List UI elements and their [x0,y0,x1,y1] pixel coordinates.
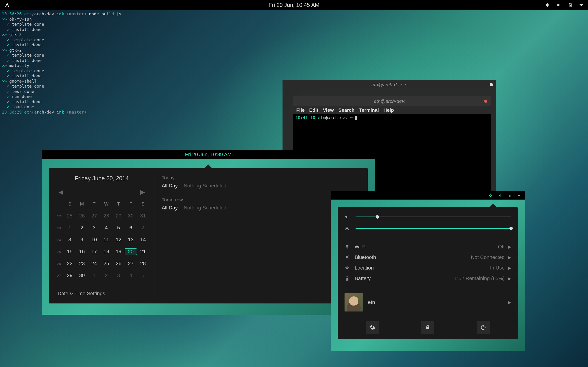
lock-button[interactable] [421,321,434,334]
terminal-titlebar[interactable]: etn@arch-dev: ~ [283,80,496,90]
terminal-output-line: ✓ load done [2,104,182,110]
agenda-nothing-scheduled: Nothing Scheduled [184,205,226,211]
system-item-location[interactable]: LocationIn Use▶ [345,263,511,273]
terminal-output-line: ✓ install done [2,99,182,105]
menu-item-file[interactable]: File [296,107,304,113]
calendar-day[interactable]: 6 [125,225,137,231]
calendar-day[interactable]: 16 [76,249,88,255]
calendar-day[interactable]: 12 [112,237,125,243]
activities-logo[interactable] [4,2,10,8]
calendar-day[interactable]: 4 [100,225,112,231]
topbar-clock[interactable]: Fri 20 Jun, 10:45 AM [268,2,319,8]
window-close-icon[interactable] [484,100,487,103]
calendar-day[interactable]: 10 [88,237,100,243]
calendar-day[interactable]: 9 [76,237,88,243]
calendar-day[interactable]: 25 [64,213,76,219]
calendar-panel: Friday June 20, 2014 ◀ ▶ SMTWTFS22252627… [49,168,155,303]
calendar-grid: SMTWTFS222526272829303123123456724891011… [54,198,149,282]
calendar-day[interactable]: 23 [76,261,88,267]
calendar-day[interactable]: 17 [88,249,100,255]
location-icon[interactable] [545,2,550,8]
brightness-slider[interactable] [355,228,511,229]
tray-caret-icon[interactable] [579,4,583,6]
terminal-body[interactable]: 10:41:10 etn@arch-dev ~ [293,114,491,121]
battery-icon[interactable] [508,193,512,198]
calendar-day[interactable]: 30 [76,273,88,278]
system-item-wifi[interactable]: Wi-FiOff▶ [345,242,511,252]
chevron-right-icon: ▶ [508,276,511,281]
date-time-settings-link[interactable]: Date & Time Settings [54,282,149,299]
volume-icon [345,214,351,219]
weekday-header: S [137,201,149,207]
calendar-day[interactable]: 25 [100,261,112,267]
calendar-day[interactable]: 5 [137,273,149,278]
calendar-day[interactable]: 29 [64,273,76,278]
menu-item-view[interactable]: View [323,107,334,113]
power-button[interactable] [477,321,490,334]
calendar-day[interactable]: 11 [100,237,112,243]
calendar-day[interactable]: 26 [112,261,125,267]
menu-item-search[interactable]: Search [338,107,355,113]
calendar-day[interactable]: 15 [64,249,76,255]
calendar-day[interactable]: 29 [112,213,125,219]
popup-arrow [204,165,212,169]
week-number: 22 [54,214,64,218]
calendar-day[interactable]: 27 [88,213,100,219]
calendar-day[interactable]: 3 [112,273,125,278]
week-number: 24 [54,238,64,242]
terminal-title: etn@arch-dev: ~ [374,98,410,104]
system-item-battery[interactable]: Battery1:52 Remaining (65%)▶ [345,273,511,284]
calendar-day[interactable]: 28 [100,213,112,219]
calendar-day[interactable]: 24 [88,261,100,267]
background-terminal: 10:36:26 etn@arch-dev ink (master) node … [0,10,184,116]
calendar-next-icon[interactable]: ▶ [140,189,145,196]
calendar-day[interactable]: 14 [137,237,149,243]
svg-rect-4 [510,194,510,194]
menu-item-terminal[interactable]: Terminal [359,107,379,113]
wifi-icon [345,244,355,249]
weekday-header: W [100,201,112,207]
calendar-day[interactable]: 31 [137,213,149,219]
user-row[interactable]: etn ▶ [345,293,511,311]
calendar-day[interactable]: 7 [137,225,149,231]
calendar-day[interactable]: 22 [64,261,76,267]
calendar-day[interactable]: 1 [64,225,76,231]
volume-slider[interactable] [355,217,511,217]
calendar-day[interactable]: 3 [88,225,100,231]
menu-item-edit[interactable]: Edit [309,107,318,113]
svg-point-6 [346,227,348,229]
calendar-day[interactable]: 1 [88,273,100,278]
calendar-day[interactable]: 30 [125,213,137,219]
location-icon[interactable] [489,193,493,198]
window-close-icon[interactable] [490,83,493,86]
calendar-day[interactable]: 21 [137,249,149,255]
system-item-bluetooth[interactable]: BluetoothNot Connected▶ [345,252,511,263]
week-number: 26 [54,262,64,266]
calendar-day[interactable]: 2 [76,225,88,231]
volume-icon[interactable] [498,193,502,198]
calendar-day[interactable]: 27 [125,261,137,267]
calendar-day[interactable]: 2 [100,273,112,278]
system-menu-popup: Wi-FiOff▶BluetoothNot Connected▶Location… [338,207,518,339]
settings-button[interactable] [366,321,379,334]
calendar-bar-clock[interactable]: Fri 20 Jun, 10:39 AM [185,152,232,158]
menu-item-help[interactable]: Help [383,107,394,113]
terminal-output-line: ✓ less done [2,89,182,94]
calendar-day[interactable]: 19 [112,249,125,255]
volume-icon[interactable] [556,2,561,8]
calendar-day[interactable]: 28 [137,261,149,267]
calendar-day[interactable]: 26 [76,213,88,219]
calendar-day[interactable]: 4 [125,273,137,278]
chevron-right-icon: ▶ [508,255,511,260]
agenda-nothing-scheduled: Nothing Scheduled [184,183,226,189]
calendar-day[interactable]: 20 [125,248,137,255]
terminal-titlebar[interactable]: etn@arch-dev: ~ [293,96,491,106]
calendar-prev-icon[interactable]: ◀ [59,189,63,196]
calendar-day[interactable]: 13 [125,237,137,243]
calendar-day[interactable]: 5 [112,225,125,231]
calendar-day[interactable]: 8 [64,237,76,243]
battery-icon[interactable] [568,2,573,8]
calendar-day[interactable]: 18 [100,249,112,255]
terminal-title: etn@arch-dev: ~ [372,82,407,87]
tray-caret-icon[interactable] [518,195,521,196]
